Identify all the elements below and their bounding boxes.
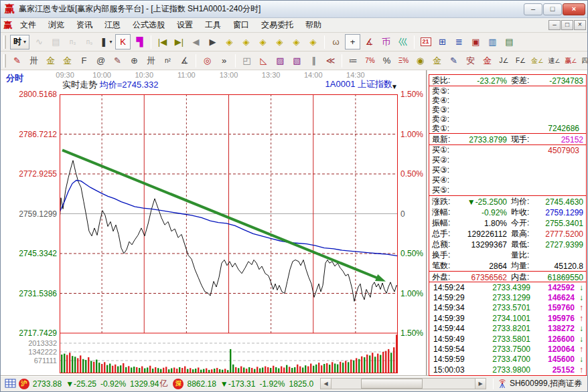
period-button[interactable]: 时 ▾ xyxy=(10,35,29,50)
menu-item-10[interactable]: 帮助 xyxy=(299,18,327,32)
gold-red-icon[interactable]: 金 xyxy=(480,53,495,68)
scrollbar-track[interactable] xyxy=(332,379,475,389)
angle-measure-icon[interactable]: ∡ xyxy=(362,34,377,50)
parallel-lines-icon[interactable]: ∥ xyxy=(306,53,321,68)
stats-list-icon[interactable]: ≔ xyxy=(346,53,361,68)
menu-item-7[interactable]: 工具 xyxy=(199,18,227,32)
scrollbar-thumb[interactable] xyxy=(361,379,423,389)
menu-item-8[interactable]: 窗口 xyxy=(227,18,255,32)
spiral-icon[interactable]: @ xyxy=(93,53,108,68)
gold-line-icon[interactable]: 金 xyxy=(429,53,445,68)
save-icon-glyph: ▣ xyxy=(471,37,480,47)
rays-icon[interactable]: ≪ xyxy=(323,53,338,68)
minimize-button[interactable]: – xyxy=(524,3,542,15)
calendar-icon[interactable]: 21 xyxy=(418,34,433,50)
intraday-chart-area[interactable]: 分时 09:3010:0010:3011:0013:0013:3014:0014… xyxy=(1,70,427,375)
calculator-icon-glyph: ⊞ xyxy=(439,37,446,47)
last-bar-icon[interactable]: ▶| xyxy=(171,34,187,50)
crosshair-icon[interactable]: + xyxy=(345,34,360,50)
fan-lines-icon[interactable]: ◺ xyxy=(256,53,271,68)
gann-arrow-left-icon[interactable]: ◈ xyxy=(222,34,237,50)
tick-time: 14:59:34 xyxy=(433,303,475,312)
toolbar-main-items: ∿▤п₃п₉❚▾K▜|◀▶|◀▶◈◈◈◈◈◈ω+∡币巛21⊞≣▣▥▤ xyxy=(31,34,518,50)
four-angle-icon[interactable]: 四∠ xyxy=(580,53,587,68)
toolbar-grip[interactable] xyxy=(3,35,6,49)
j-angle-icon[interactable]: J∠ xyxy=(496,53,512,68)
prev-bar-icon[interactable]: ◀ xyxy=(188,34,204,50)
gann-expand-icon[interactable]: ◈ xyxy=(255,34,271,50)
gold-grid2-icon[interactable]: 金 xyxy=(60,53,75,68)
fibo-icon[interactable]: F xyxy=(76,53,92,68)
export-icon[interactable]: ▥ xyxy=(485,34,500,50)
close-button[interactable]: × xyxy=(563,3,585,15)
wave-tool-icon[interactable]: 巛 xyxy=(395,34,411,50)
pct7-icon[interactable]: 7% xyxy=(362,53,378,68)
menu-item-3[interactable]: 资讯 xyxy=(70,18,98,32)
scroll-left-icon[interactable]: ◀ xyxy=(321,379,332,389)
gann-square-icon[interactable]: 安 xyxy=(463,53,478,68)
mdi-restore-button[interactable]: □ xyxy=(561,20,573,30)
brush2-icon[interactable]: ✎ xyxy=(110,53,125,68)
volume-bar xyxy=(369,355,370,373)
n-square-icon[interactable]: n² xyxy=(160,53,175,68)
gann-grid-icon[interactable]: 卅 xyxy=(26,53,42,68)
target-icon[interactable]: ◎ xyxy=(200,53,215,68)
gold-angle-icon[interactable]: 金∠ xyxy=(530,53,545,68)
pct7-icon-glyph: 7% xyxy=(365,57,374,64)
horizontal-scrollbar[interactable]: ◀ ▶ xyxy=(320,378,486,389)
next-bar-icon[interactable]: ▶ xyxy=(205,34,220,50)
grid3-icon[interactable]: 卅 xyxy=(143,53,159,68)
current-stock-code[interactable]: SH600999,招商证券 xyxy=(510,378,582,389)
gold-circle-icon[interactable]: ◉ xyxy=(413,53,428,68)
gann-arrow-right-icon[interactable]: ◈ xyxy=(238,34,254,50)
time-circle-icon[interactable]: ⊕ xyxy=(127,53,142,68)
scroll-right-icon[interactable]: ▶ xyxy=(475,379,486,389)
tick-volume: 142592 xyxy=(530,283,575,292)
toolbar-grip-2[interactable] xyxy=(3,54,6,68)
gann-tool-icon[interactable]: 币 xyxy=(378,34,394,50)
notes-icon[interactable]: ≣ xyxy=(451,34,467,50)
gann-cross-bold-icon[interactable]: ◈ xyxy=(305,34,321,50)
fan-box2-icon[interactable]: ▧ xyxy=(289,53,305,68)
time-label-1100: 11:00 xyxy=(177,71,196,79)
su-angle-icon[interactable]: 速∠ xyxy=(546,53,562,68)
save-icon[interactable]: ▣ xyxy=(468,34,484,50)
volume-bar xyxy=(337,365,338,373)
f-angle-icon[interactable]: F∠ xyxy=(513,53,528,68)
shanghai-badge-icon[interactable]: 沪 xyxy=(19,379,29,389)
marker-pen-icon[interactable]: ✎ xyxy=(446,53,461,68)
gold-grid-icon[interactable]: 金 xyxy=(43,53,58,68)
menu-item-2[interactable]: 浏览 xyxy=(42,18,70,32)
menu-item-9[interactable]: 交易委托 xyxy=(255,18,299,32)
candle-style-icon[interactable]: ❚▾ xyxy=(98,34,114,50)
volume-bar xyxy=(302,367,303,373)
pct-icon[interactable]: % xyxy=(379,53,394,68)
pct3-icon[interactable]: Ξ% xyxy=(396,53,411,68)
more-tools-icon[interactable]: » xyxy=(216,53,232,68)
mdi-close-button[interactable]: × xyxy=(574,20,586,30)
fan-box-icon[interactable]: ▨ xyxy=(273,53,288,68)
menu-item-1[interactable]: 文件 xyxy=(14,18,42,32)
angle-tool-icon[interactable]: ∡ xyxy=(177,53,192,68)
kline-red-icon[interactable]: K xyxy=(115,34,131,50)
menu-item-5[interactable]: 公式选股 xyxy=(127,18,171,32)
first-bar-icon[interactable]: |◀ xyxy=(155,34,170,50)
quote-table-icon[interactable] xyxy=(5,379,16,389)
volume-profile-icon[interactable]: ▜ xyxy=(132,34,147,50)
maximize-button[interactable]: □ xyxy=(543,3,562,15)
win-angle-icon[interactable]: 赢∠ xyxy=(563,53,579,68)
shenzhen-badge-icon[interactable]: 深 xyxy=(173,379,183,389)
mdi-minimize-button[interactable]: – xyxy=(548,20,561,30)
menu-item-4[interactable]: 江恩 xyxy=(98,18,127,32)
gann-cross-icon[interactable]: ◈ xyxy=(289,34,304,50)
print-icon[interactable]: ▤ xyxy=(502,34,517,50)
pan-hand-icon[interactable]: ω xyxy=(328,34,344,50)
box-tool-icon[interactable]: ◰ xyxy=(239,53,254,68)
volume-bar xyxy=(265,367,266,373)
brush-icon[interactable]: ✎ xyxy=(9,53,25,68)
gann-compress-icon[interactable]: ◈ xyxy=(272,34,287,50)
intraday-chart[interactable] xyxy=(60,94,398,373)
menu-bar: 赢 文件浏览资讯江恩公式选股设置工具窗口交易委托帮助 – □ × xyxy=(1,18,587,33)
calculator-icon[interactable]: ⊞ xyxy=(435,34,450,50)
menu-item-6[interactable]: 设置 xyxy=(171,18,199,32)
